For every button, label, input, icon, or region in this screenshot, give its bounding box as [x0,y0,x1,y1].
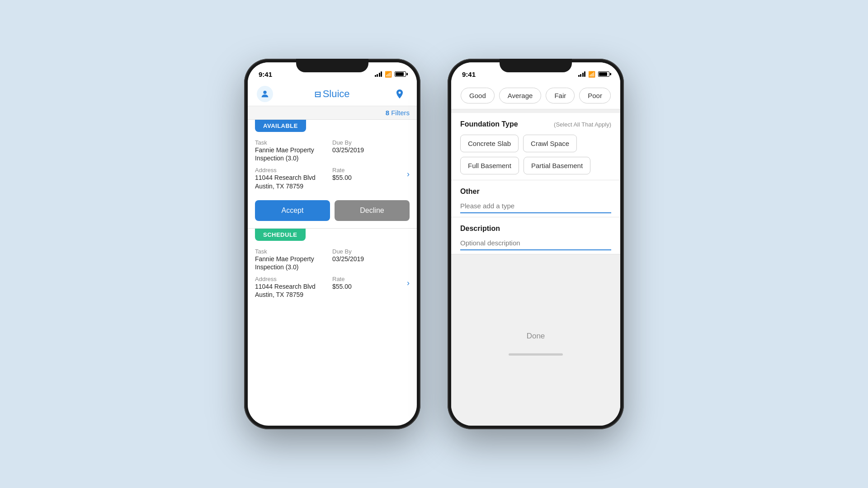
status-time-right: 9:41 [462,70,476,78]
available-task-card: Task Fannie Mae Property Inspection (3.0… [248,132,417,190]
description-input[interactable] [460,236,611,250]
schedule-address-label: Address [255,276,332,282]
logo-icon: ⊟ [315,89,321,100]
decline-button[interactable]: Decline [335,200,410,221]
description-section: Description [451,217,620,254]
rate-col: Rate $55.00 › [332,167,410,182]
schedule-task-row-1: Task Fannie Mae Property Inspection (3.0… [255,248,410,271]
right-scroll-inner: Good Average Fair Poor Foundation Type (… [451,82,620,254]
available-badge: AVAILABLE [255,120,306,132]
app-header: ⊟ Sluice [248,82,417,106]
right-screen: 9:41 📶 Good Average [451,62,620,426]
condition-row: Good Average Fair Poor [451,82,620,109]
section-divider-1 [451,109,620,113]
task-label: Task [255,139,332,146]
description-label: Description [460,225,611,233]
due-col: Due By 03/25/2019 [332,139,410,154]
concrete-slab-button[interactable]: Concrete Slab [460,135,519,152]
wifi-icon-left: 📶 [385,71,392,78]
schedule-rate-value: $55.00 [332,282,352,291]
address-col: Address 11044 Research BlvdAustin, TX 78… [255,167,332,190]
battery-fill-right [599,72,607,76]
filter-text: Filters [391,109,410,117]
logo-text: Sluice [323,88,350,100]
poor-button[interactable]: Poor [579,88,611,103]
svg-point-0 [263,91,266,94]
due-value: 03/25/2019 [332,146,410,154]
done-button[interactable]: Done [527,324,545,348]
task-value: Fannie Mae Property Inspection (3.0) [255,146,332,162]
other-section: Other [451,180,620,217]
task-col-label: Task Fannie Mae Property Inspection (3.0… [255,139,332,162]
schedule-due-col: Due By 03/25/2019 [332,248,410,263]
foundation-type-subtitle: (Select All That Apply) [554,121,611,128]
crawl-space-button[interactable]: Crawl Space [523,135,577,152]
good-button[interactable]: Good [461,88,495,103]
battery-fill-left [396,72,404,76]
left-phone: 9:41 📶 [244,59,420,429]
address-label: Address [255,167,332,174]
left-screen: 9:41 📶 [248,62,417,426]
foundation-type-title: Foundation Type [460,120,518,128]
schedule-address-value: 11044 Research BlvdAustin, TX 78759 [255,282,332,299]
average-button[interactable]: Average [499,88,542,103]
schedule-rate-label: Rate [332,276,352,282]
schedule-rate-info: Rate $55.00 [332,276,352,291]
task-row-2: Address 11044 Research BlvdAustin, TX 78… [255,167,410,190]
rate-value: $55.00 [332,174,352,182]
schedule-address-col: Address 11044 Research BlvdAustin, TX 78… [255,276,332,299]
filter-number: 8 [386,109,389,117]
battery-icon-right [598,71,609,77]
wifi-icon-right: 📶 [588,71,595,78]
app-logo: ⊟ Sluice [315,88,349,100]
status-time-left: 9:41 [259,70,272,78]
status-icons-right: 📶 [578,71,610,78]
home-indicator [509,353,563,356]
chevron-right-icon-1[interactable]: › [407,169,410,179]
schedule-badge: SCHEDULE [255,229,306,241]
done-bar: Done [451,254,620,426]
rate-label: Rate [332,167,352,174]
user-avatar-icon[interactable] [257,86,273,102]
task-row-1: Task Fannie Mae Property Inspection (3.0… [255,139,410,162]
location-button[interactable] [392,86,408,102]
partial-basement-button[interactable]: Partial Basement [524,157,590,174]
schedule-task-col: Task Fannie Mae Property Inspection (3.0… [255,248,332,271]
schedule-section-header: SCHEDULE [248,229,417,241]
right-scroll-area: Good Average Fair Poor Foundation Type (… [451,82,620,426]
schedule-task-row-2: Address 11044 Research BlvdAustin, TX 78… [255,276,410,299]
available-section-header: AVAILABLE [248,120,417,132]
other-input[interactable] [460,199,611,213]
chevron-right-icon-2[interactable]: › [407,278,410,288]
phones-container: 9:41 📶 [244,59,624,429]
full-basement-button[interactable]: Full Basement [460,157,519,174]
schedule-task-label: Task [255,248,332,255]
signal-bars-right [578,71,586,77]
filter-count[interactable]: 8 Filters [386,109,410,117]
schedule-task-value: Fannie Mae Property Inspection (3.0) [255,255,332,271]
foundation-buttons: Concrete Slab Crawl Space Full Basement … [460,135,611,174]
schedule-due-value: 03/25/2019 [332,255,410,263]
other-label: Other [460,188,611,196]
address-value: 11044 Research BlvdAustin, TX 78759 [255,174,332,190]
filter-bar[interactable]: 8 Filters [248,106,417,120]
notch-right [500,59,572,72]
schedule-rate-col: Rate $55.00 › [332,276,410,291]
schedule-due-label: Due By [332,248,410,255]
rate-info: Rate $55.00 [332,167,352,182]
status-icons-left: 📶 [375,71,406,78]
action-buttons: Accept Decline [248,193,417,228]
accept-button[interactable]: Accept [255,200,330,221]
signal-bars-left [375,71,382,77]
foundation-type-section: Foundation Type (Select All That Apply) … [451,113,620,180]
foundation-header: Foundation Type (Select All That Apply) [460,120,611,128]
fair-button[interactable]: Fair [546,88,575,103]
notch [296,59,368,72]
right-phone: 9:41 📶 Good Average [448,59,624,429]
battery-icon-left [395,71,406,77]
left-scroll-area: AVAILABLE Task Fannie Mae Property Inspe… [248,120,417,299]
due-label: Due By [332,139,410,146]
schedule-task-card: Task Fannie Mae Property Inspection (3.0… [248,241,417,299]
